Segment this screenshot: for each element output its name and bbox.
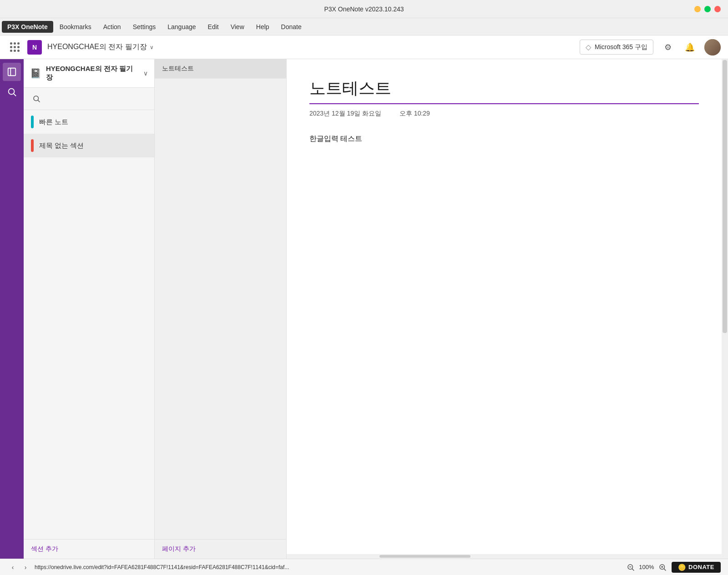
add-section-button[interactable]: 섹션 추가 — [31, 545, 147, 553]
ms365-button[interactable]: ◇ Microsoft 365 구입 — [580, 40, 653, 55]
menu-settings[interactable]: Settings — [127, 21, 162, 33]
menu-language[interactable]: Language — [162, 21, 201, 33]
notebook-chevron-icon: ∨ — [150, 44, 154, 50]
forward-arrow-button[interactable]: › — [20, 562, 31, 573]
notifications-bell-button[interactable]: 🔔 — [682, 40, 697, 55]
zoom-area: 100% — [625, 562, 667, 573]
scrollbar-thumb — [723, 60, 727, 333]
sections-header: 📓 HYEONGCHAE의 전자 필기장 ∨ — [24, 59, 154, 88]
zoom-in-button[interactable] — [657, 562, 668, 573]
menu-donate[interactable]: Donate — [276, 21, 307, 33]
hscrollbar-thumb — [379, 555, 470, 558]
pages-list: 노트테스트 — [155, 59, 286, 539]
notebook-title-button[interactable]: HYEONGCHAE의 전자 필기장 ∨ — [47, 42, 154, 52]
menu-brand[interactable]: P3X OneNote — [2, 21, 53, 33]
avatar-image — [704, 39, 721, 55]
note-date: 2023년 12월 19일 화요일 — [309, 110, 381, 118]
sections-footer: 섹션 추가 — [24, 539, 154, 559]
search-icon-button[interactable] — [29, 91, 44, 106]
main-area: 📓 HYEONGCHAE의 전자 필기장 ∨ 빠른 노트 제목 없는 섹션 — [0, 59, 728, 559]
sidebar-notebooks-button[interactable] — [3, 63, 21, 81]
section-color-teal — [31, 116, 34, 128]
top-toolbar: N HYEONGCHAE의 전자 필기장 ∨ ◇ Microsoft 365 구… — [0, 35, 728, 59]
app-title: P3X OneNote v2023.10.243 — [324, 5, 404, 13]
note-horizontal-scrollbar[interactable] — [287, 554, 722, 559]
toolbar-right: ◇ Microsoft 365 구입 ⚙ 🔔 — [580, 39, 721, 55]
menu-help[interactable]: Help — [251, 21, 275, 33]
menu-edit[interactable]: Edit — [202, 21, 224, 33]
note-time: 오후 10:29 — [399, 110, 430, 118]
notebook-book-icon: 📓 — [30, 68, 41, 79]
menu-bar: P3X OneNote Bookmarks Action Settings La… — [0, 18, 728, 35]
section-color-red — [31, 139, 34, 152]
svg-line-10 — [664, 569, 666, 570]
svg-line-7 — [632, 569, 634, 570]
sections-chevron-icon[interactable]: ∨ — [143, 70, 148, 77]
close-button[interactable] — [714, 6, 721, 12]
section-item-quick-notes[interactable]: 빠른 노트 — [24, 110, 154, 134]
settings-gear-button[interactable]: ⚙ — [661, 40, 675, 55]
donate-coin-icon: 🪙 — [678, 564, 686, 571]
section-item-untitled[interactable]: 제목 없는 섹션 — [24, 134, 154, 157]
diamond-icon: ◇ — [586, 43, 591, 51]
note-date-row: 2023년 12월 19일 화요일 오후 10:29 — [309, 110, 699, 118]
zoom-out-button[interactable] — [625, 562, 636, 573]
svg-point-2 — [9, 89, 15, 95]
window-controls — [694, 6, 721, 12]
back-arrow-button[interactable]: ‹ — [7, 562, 18, 573]
notebook-title-text: HYEONGCHAE의 전자 필기장 — [47, 42, 147, 52]
note-title: 노트테스트 — [309, 77, 699, 104]
pages-footer: 페이지 추가 — [155, 539, 286, 559]
menu-bookmarks[interactable]: Bookmarks — [54, 21, 97, 33]
sidebar-icon-strip — [0, 59, 24, 559]
maximize-button[interactable] — [704, 6, 711, 12]
note-content[interactable]: 노트테스트 2023년 12월 19일 화요일 오후 10:29 한글입력 테스… — [287, 59, 722, 554]
user-avatar-button[interactable] — [704, 39, 721, 55]
sections-list: 빠른 노트 제목 없는 섹션 — [24, 110, 154, 539]
onenote-logo-icon: N — [27, 40, 42, 55]
search-row — [24, 88, 154, 110]
minimize-button[interactable] — [694, 6, 701, 12]
status-bar: ‹ › https://onedrive.live.com/edit?id=FA… — [0, 559, 728, 575]
sections-notebook-name: HYEONGCHAE의 전자 필기장 — [46, 65, 139, 82]
sidebar-search-button[interactable] — [3, 83, 21, 101]
grid-dots-icon — [10, 42, 20, 52]
menu-view[interactable]: View — [225, 21, 250, 33]
title-bar: P3X OneNote v2023.10.243 — [0, 0, 728, 18]
page-label-note-test: 노트테스트 — [162, 65, 194, 72]
page-item-note-test[interactable]: 노트테스트 — [155, 59, 286, 79]
section-label-quick-notes: 빠른 노트 — [39, 118, 68, 126]
nav-arrows: ‹ › — [7, 562, 31, 573]
donate-bottom-button[interactable]: 🪙 DONATE — [672, 562, 721, 573]
ms365-label: Microsoft 365 구입 — [595, 43, 647, 51]
section-label-untitled: 제목 없는 섹션 — [39, 141, 84, 150]
donate-label: DONATE — [688, 564, 714, 570]
add-page-button[interactable]: 페이지 추가 — [162, 545, 279, 553]
svg-line-5 — [38, 100, 40, 102]
svg-line-3 — [14, 94, 16, 96]
note-vertical-scrollbar[interactable] — [722, 59, 728, 559]
note-area: 노트테스트 2023년 12월 19일 화요일 오후 10:29 한글입력 테스… — [287, 59, 722, 559]
apps-grid-button[interactable] — [7, 40, 22, 55]
note-body-text[interactable]: 한글입력 테스트 — [309, 134, 699, 144]
pages-panel: 노트테스트 페이지 추가 — [155, 59, 287, 559]
menu-action[interactable]: Action — [98, 21, 126, 33]
url-bar: https://onedrive.live.com/edit?id=FAFEA6… — [35, 564, 622, 570]
svg-point-4 — [34, 96, 39, 101]
sections-panel: 📓 HYEONGCHAE의 전자 필기장 ∨ 빠른 노트 제목 없는 섹션 — [24, 59, 155, 559]
svg-rect-0 — [8, 68, 16, 76]
zoom-level-text: 100% — [639, 564, 654, 570]
